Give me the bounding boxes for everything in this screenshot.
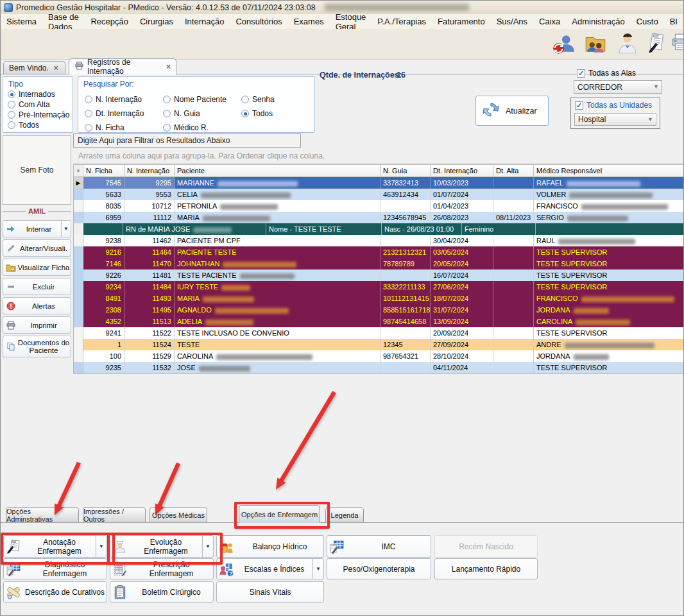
table-row[interactable]: 849111493MARIA10111213141518/07/2024FRAN… xyxy=(74,293,684,304)
action-button-prescrição-enfermagem[interactable]: Prescrição Enfermagem xyxy=(110,558,214,579)
sidebar-button-imprimir[interactable]: Imprimir xyxy=(3,316,71,334)
tipo-option-internados[interactable]: Internados xyxy=(8,90,73,99)
table-row[interactable]: 10011529CAROLINA98765432128/10/2024JORDA… xyxy=(74,350,684,362)
column-header-dt-alta[interactable]: Dt. Alta xyxy=(493,165,534,177)
menu-item-p-a-terapias[interactable]: P.A./Terapias xyxy=(372,15,432,28)
table-row[interactable]: 695911112MARIA1234567894526/08/202308/11… xyxy=(74,212,684,223)
search-option-n-ficha[interactable]: N. Ficha xyxy=(85,123,163,132)
action-button-label: Recém Nascido xyxy=(435,542,537,551)
table-row[interactable]: 921611464PACIENTE TESTE2132131232103/05/… xyxy=(74,246,684,258)
search-option-n-interna-o[interactable]: N. Internação xyxy=(85,95,163,104)
search-option-n-guia[interactable]: N. Guia xyxy=(163,109,241,118)
menu-item-custo[interactable]: Custo xyxy=(631,15,664,28)
search-option-todos[interactable]: Todos xyxy=(241,109,305,118)
unidade-select[interactable]: Hospital ▼ xyxy=(574,113,656,126)
menu-item-interna-o[interactable]: Internação xyxy=(179,15,230,28)
table-row[interactable]: 714611470JOHNATHAN7878978920/05/2024TEST… xyxy=(74,258,684,270)
tab-registros-internacao[interactable]: Registros de Internação × xyxy=(69,58,176,74)
redacted-text xyxy=(567,216,628,221)
search-option-senha[interactable]: Senha xyxy=(241,95,305,104)
action-button-balanço-hídrico[interactable]: Balanço Hídrico xyxy=(216,535,324,558)
redacted-text xyxy=(220,204,278,210)
menu-item-faturamento[interactable]: Faturamento xyxy=(432,15,491,28)
search-option-m-dico-r-[interactable]: Médico R. xyxy=(163,123,241,132)
table-row[interactable]: ▶75459295MARIANNE33783241310/03/2023RAFA… xyxy=(74,177,684,189)
bottom-tab-opções-adminstrativas[interactable]: Opções Adminstrativas xyxy=(6,507,79,522)
bottom-tab-impressões-outros[interactable]: Impressões / Outros xyxy=(83,507,146,522)
action-button-descrição-de-curativos[interactable]: Descrição de Curativos xyxy=(3,581,107,603)
ala-select[interactable]: CORREDOR ▼ xyxy=(574,80,662,94)
table-row[interactable]: 56339553CELIA46391243401/07/2024VOLMER xyxy=(74,189,684,200)
tab-bem-vindo[interactable]: Bem Vindo. × xyxy=(3,61,65,74)
action-button-anotação-enfermagem[interactable]: Anotação Enfermagem▼ xyxy=(3,535,107,558)
column-header-dt-internação[interactable]: Dt. Internação xyxy=(431,165,493,177)
row-indicator xyxy=(74,304,83,316)
printer-icon[interactable] xyxy=(670,31,684,56)
search-option-dt-interna-o[interactable]: Dt. Internação xyxy=(85,109,163,118)
column-header-médico-responsável[interactable]: Médico Responsável xyxy=(534,165,684,177)
action-button-boletim-cirúrgico[interactable]: Boletim Cirúrgico xyxy=(110,581,214,603)
table-row[interactable]: 923511532JOSE04/11/2024TESTE SUPERVISOR xyxy=(74,362,684,373)
filter-input[interactable] xyxy=(73,133,301,148)
menu-item-recep-o[interactable]: Recepção xyxy=(85,15,134,28)
action-button-diagnóstico-enfermagem[interactable]: Diagnóstico Enfermagem xyxy=(3,558,107,579)
menu-item-caixa[interactable]: Caixa xyxy=(533,15,566,28)
bottom-tab-legenda[interactable]: Legenda xyxy=(325,507,364,522)
action-button-imc[interactable]: IMC xyxy=(327,535,431,558)
menu-item-exames[interactable]: Exames xyxy=(288,15,330,28)
newborn-subrow[interactable]: RN de MARIA JOSENome - TESTE TESTENasc -… xyxy=(74,223,684,235)
radio-icon xyxy=(85,96,92,103)
menu-item-consult-rios[interactable]: Consultórios xyxy=(230,15,287,28)
sidebar-button-visualizar-ficha[interactable]: Visualizar Ficha xyxy=(3,259,71,276)
doctor-icon[interactable] xyxy=(615,31,640,56)
action-button-lançamento-rápido[interactable]: Lançamento Rápido xyxy=(434,558,538,579)
tipo-option-pr-interna-o[interactable]: Pré-Internação xyxy=(8,110,73,119)
action-button-peso-oxigenoterapia[interactable]: Peso/Oxigenoterapia xyxy=(327,558,431,579)
patients-folder-icon[interactable] xyxy=(583,31,608,56)
refresh-button[interactable]: Atualizar xyxy=(475,96,549,126)
column-header-n-internação[interactable]: N. Internação xyxy=(124,165,175,177)
tipo-option-com-alta[interactable]: Com Alta xyxy=(8,100,73,109)
table-row[interactable]: 922611481TESTE PACIENTE16/07/2024TESTE S… xyxy=(74,270,684,281)
table-row[interactable]: 803510712PETRONILA01/04/2023FRANCISCO xyxy=(74,200,684,212)
column-header-n-ficha[interactable]: N. Ficha xyxy=(83,165,124,177)
sidebar-button-alertas[interactable]: Alertas xyxy=(3,297,71,314)
table-row[interactable]: 923411484IURY TESTE3332221113327/06/2024… xyxy=(74,281,684,293)
sidebar-button-alterar-visuali-[interactable]: Alterar/Visuali. xyxy=(3,239,71,257)
action-button-evolução-enfermagem[interactable]: Evolução Enfermagem▼ xyxy=(110,535,214,558)
sidebar-button-excluir[interactable]: Excluir xyxy=(3,278,71,295)
todas-unidades-checkbox[interactable]: ✓ Todas as Unidades xyxy=(575,101,660,110)
bottom-tab-opções-de-enfermagem[interactable]: Opções de Enfermagem xyxy=(239,505,320,523)
sidebar-button-internar[interactable]: Internar▼ xyxy=(3,220,71,237)
sync-contact-icon[interactable] xyxy=(551,31,576,56)
close-icon[interactable]: × xyxy=(54,64,58,73)
menu-item-administra-o[interactable]: Administração xyxy=(566,15,630,28)
chevron-down-icon[interactable]: ▼ xyxy=(312,559,323,579)
tipo-option-todos[interactable]: Todos xyxy=(8,121,73,130)
checkbox-icon: ✓ xyxy=(575,101,583,110)
sidebar-button-documentos-do-paciente[interactable]: Documentos do Paciente xyxy=(3,336,71,357)
radio-icon xyxy=(85,124,92,132)
table-row[interactable]: 230811495AGNALDO85851516171831/07/2024JO… xyxy=(74,304,684,316)
action-button-sinais-vitais[interactable]: Sinais Vitais xyxy=(216,581,324,603)
close-icon[interactable]: × xyxy=(166,62,171,71)
table-row[interactable]: 924111522TESTE INCLUSAO DE CONVENIO20/09… xyxy=(74,327,684,339)
search-option-nome-paciente[interactable]: Nome Paciente xyxy=(163,95,241,104)
menu-item-bi[interactable]: BI xyxy=(664,15,683,28)
column-header-n-guia[interactable]: N. Guia xyxy=(380,165,431,177)
table-row[interactable]: 435211513ADELIA9874541465813/09/2024CARO… xyxy=(74,316,684,327)
menu-item-sistema[interactable]: Sistema xyxy=(1,15,42,28)
menu-item-cirurgias[interactable]: Cirurgias xyxy=(134,15,179,28)
bottom-tab-opções-médicas[interactable]: Opções Médicas xyxy=(150,507,207,522)
document-sign-icon[interactable] xyxy=(644,31,669,56)
todas-alas-checkbox[interactable]: ✓ Todas as Alas xyxy=(577,69,636,78)
annotation-arrowhead xyxy=(276,478,286,490)
chevron-down-icon[interactable]: ▼ xyxy=(96,536,107,557)
chevron-down-icon[interactable]: ▼ xyxy=(202,536,213,557)
table-row[interactable]: 923811462PACIENTE PM CPF30/04/2024RAUL xyxy=(74,235,684,246)
menu-item-sus-ans[interactable]: Sus/Ans xyxy=(491,15,533,28)
action-button-escalas-e-índices[interactable]: ?Escalas e Índices▼ xyxy=(216,558,324,579)
chevron-down-icon[interactable]: ▼ xyxy=(61,221,71,237)
table-row[interactable]: 111524TESTE1234527/09/2024ANDRE xyxy=(74,339,684,350)
column-header-paciente[interactable]: Paciente xyxy=(175,165,380,177)
